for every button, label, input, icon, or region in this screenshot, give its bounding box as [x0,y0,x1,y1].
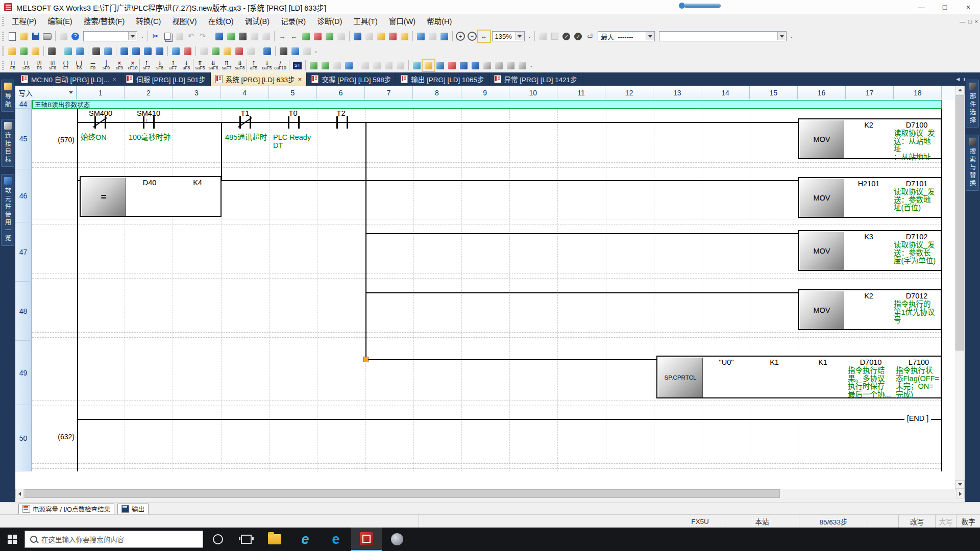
cut-icon[interactable]: ✂ [150,31,162,42]
cross-reference-icon[interactable] [102,45,114,57]
device-test-icon[interactable] [458,60,470,71]
edit-pencil-icon[interactable] [222,45,233,57]
note-display-icon[interactable] [517,60,528,71]
ladder-symbol-button[interactable]: ↑ aF5 [247,59,260,72]
write-to-plc-icon[interactable]: → [277,31,288,42]
delete-row-icon[interactable] [343,60,355,71]
module-configuration-icon[interactable] [18,45,30,57]
save-project-icon[interactable] [30,31,41,42]
close-button[interactable]: × [957,0,980,14]
monitor-write-icon[interactable] [324,31,335,42]
device-use-list-icon[interactable] [261,45,273,57]
device-search-icon[interactable] [213,31,225,42]
copy-icon[interactable] [162,31,174,42]
cprtcl-instruction[interactable]: SP.CPRTCL "U0" K1 K1 D7010 L7100 指令执行结 果… [656,356,942,398]
mode-dropdown-icon[interactable] [69,91,73,94]
module-icon[interactable] [46,45,58,57]
task-view-icon[interactable] [233,528,259,551]
insert-branch-icon[interactable] [308,60,320,71]
fit-width-icon[interactable]: ↔ [478,31,490,42]
toolbar-overflow-icon[interactable]: ⌄ [314,48,318,54]
dock-tab-output[interactable]: 输出 [117,504,149,514]
write-mode-header[interactable]: 写入 [15,86,77,99]
print-icon[interactable] [41,31,53,42]
comment-display-icon[interactable] [493,60,505,71]
menu-item[interactable]: 窗口(W) [383,14,421,29]
zoom-out-icon[interactable]: − [467,31,478,42]
tab-error[interactable]: 异常 [PRG] [LD] 1421步 [489,72,582,86]
tab-system-active[interactable]: 系统 [PRG] [LD] 633步× [211,72,307,86]
rebuild-all-icon[interactable] [210,45,222,57]
parameter-edit-icon[interactable] [30,45,41,57]
tab-close-icon[interactable]: × [112,76,116,83]
ladder-symbol-button[interactable]: ↓ caF5 [260,59,274,72]
sampling-trace-icon[interactable] [278,45,289,57]
new-project-icon[interactable] [6,31,18,42]
scroll-down-icon[interactable] [955,480,965,489]
menu-item[interactable]: 在线(O) [203,14,239,29]
sidebar-tab-navigation[interactable]: 导航 [1,80,14,112]
monitor-mode-icon[interactable] [446,60,458,71]
ladder-symbol-button[interactable]: ⇈ saF7 [220,59,233,72]
sidebar-tab-find-replace[interactable]: 搜索与替换 [966,135,979,191]
menu-item[interactable]: 视图(V) [166,14,202,29]
check-parameter-icon[interactable]: ✓ [572,31,584,42]
edit-mode-icon[interactable] [423,60,434,71]
maximize-button[interactable]: □ [933,0,957,14]
toolbar-overflow-icon[interactable]: ⌄ [140,34,144,39]
scroll-right-icon[interactable] [956,489,965,498]
scroll-up-icon[interactable] [955,86,965,94]
file-explorer-icon[interactable] [259,528,290,551]
internet-explorer-icon[interactable]: e [290,528,321,551]
fb-list-icon[interactable] [74,45,86,57]
device-register-icon[interactable] [142,45,154,57]
find-binoculars-icon[interactable] [90,45,102,57]
tab-handshake[interactable]: 交握 [PRG] [LD] 598步 [307,72,396,86]
stop-monitor-icon[interactable] [312,31,324,42]
mov-instruction-2[interactable]: MOV H2101 D7101 读取协议_发 送：参数地 址(首位) [798,177,942,218]
minimize-button[interactable]: — [910,0,933,14]
toolbar-overflow-icon[interactable]: ⌄ [529,63,533,68]
ladder-symbol-button[interactable]: ↑ sF7 [139,59,153,72]
tab-close-icon[interactable]: × [298,76,302,83]
vertical-scroll-thumb[interactable] [955,95,964,350]
io-check-icon[interactable] [233,45,245,57]
device-zoom-icon[interactable] [470,60,481,71]
ladder-symbol-button[interactable]: ↓ sF8 [153,59,166,72]
program-editor-icon[interactable] [62,45,74,57]
menu-item[interactable]: 搜索/替换(F) [78,14,131,29]
read-mode-icon[interactable] [434,60,446,71]
step-execution-icon[interactable]: ⏎ [584,31,596,42]
mdi-close-button[interactable]: × [975,18,978,24]
read-from-plc-icon[interactable]: ← [288,31,300,42]
device-batch-icon[interactable] [154,45,165,57]
dock-tab-power-check[interactable]: 电源容量 / I/O点数检查结果 [18,504,114,514]
gx-works3-taskbar-icon[interactable] [351,528,382,551]
menu-item[interactable]: 帮助(H) [421,14,457,29]
menu-item[interactable]: 编辑(E) [42,14,78,29]
monitor-window-icon[interactable] [415,31,427,42]
toolbar-overflow-icon[interactable]: ⌄ [790,34,794,39]
ladder-symbol-button[interactable]: ⊣ ⊢ sF5 [19,59,33,72]
ladder-symbol-button[interactable]: ⇊ saF8 [233,59,247,72]
watch2-clock-icon[interactable] [182,45,193,57]
monitor-zoom-icon[interactable] [289,45,301,57]
statement-display-icon[interactable] [505,60,517,71]
mdi-minimize-button[interactable]: — [960,18,965,24]
ladder-symbol-button[interactable]: ↑ aF7 [166,59,180,72]
ladder-symbol-button[interactable]: ( ) F7 [59,59,72,72]
tab-mc-n0[interactable]: MC:N0 自动 [PRG] [LD]...× [16,72,121,86]
hardware-search-icon[interactable] [237,31,249,42]
menu-item[interactable]: 调试(B) [239,14,275,29]
mov-instruction-3[interactable]: MOV K3 D7102 读取协议_发 送：参数长 度(字为单位) [798,230,942,271]
unknown-app-icon[interactable] [382,528,412,551]
menu-item[interactable]: 工程(P) [6,14,42,29]
horizontal-scroll-thumb[interactable] [24,489,780,498]
cortana-icon[interactable] [203,528,233,551]
mov-instruction-1[interactable]: MOV K2 D7100 读取协议_发 送：从站地 址 ：从站地址 [798,118,942,159]
wiring-mode-icon[interactable] [411,60,423,71]
sidebar-tab-connection[interactable]: 连接目标 [1,119,14,167]
sidebar-tab-device-usage[interactable]: 软元件使用一览 [1,174,14,246]
check-program-icon[interactable]: ✓ [560,31,572,42]
display-format-icon[interactable] [481,60,493,71]
